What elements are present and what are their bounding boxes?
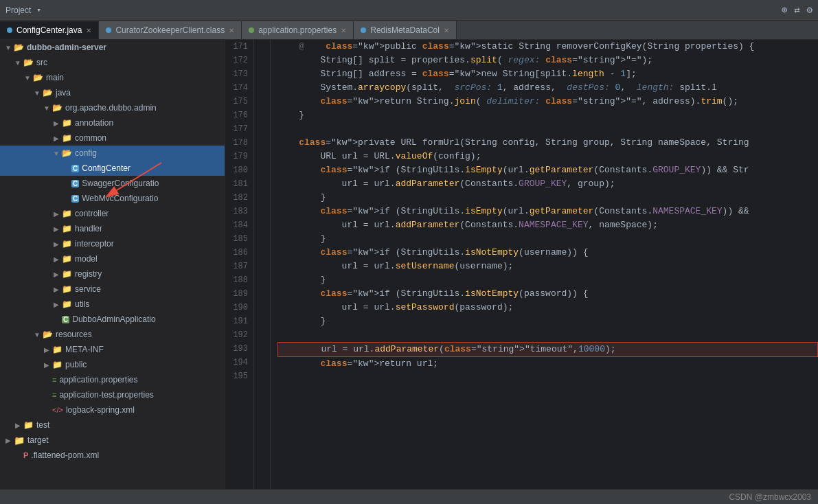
tab-appprops[interactable]: application.properties ✕ <box>242 21 354 39</box>
tab-redis-close-icon[interactable]: ✕ <box>444 27 449 34</box>
tree-item-public[interactable]: ▶📁public <box>0 357 225 372</box>
tree-item-interceptor[interactable]: ▶📁interceptor <box>0 236 225 251</box>
line-number: 192 <box>231 328 248 342</box>
tree-item-handler[interactable]: ▶📁handler <box>0 221 225 236</box>
tree-arrow-icon: ▶ <box>51 119 62 127</box>
tree-label: .flattened-pom.xml <box>31 450 99 460</box>
tree-item-configcenter[interactable]: CConfigCenter <box>0 161 225 176</box>
tree-arrow-icon: ▼ <box>32 331 43 339</box>
tree-label: test <box>36 420 49 430</box>
tab-close-icon[interactable]: ✕ <box>86 27 91 34</box>
code-line: class="kw">private URL formUrl(String co… <box>277 136 818 150</box>
tab-curator-close-icon[interactable]: ✕ <box>229 27 234 34</box>
tree-icon-folder: 📁 <box>62 224 72 233</box>
tab-curator[interactable]: CuratorZookeeperClient.class ✕ <box>99 21 242 39</box>
tree-item-controller[interactable]: ▶📁controller <box>0 206 225 221</box>
line-number: 194 <box>231 356 248 369</box>
code-line: class="kw">return url; <box>277 357 818 371</box>
code-editor[interactable]: 1711721731741751761771781791801811821831… <box>225 40 818 489</box>
line-number: 190 <box>231 301 248 314</box>
add-icon[interactable]: ⊕ <box>782 4 787 16</box>
tree-arrow-icon: ▶ <box>41 346 52 354</box>
tree-item-config[interactable]: ▼📂config <box>0 146 225 161</box>
tree-item-annotation[interactable]: ▶📁annotation <box>0 115 225 130</box>
tree-arrow-icon: ▶ <box>51 301 62 308</box>
tree-arrow-icon: ▶ <box>51 135 62 142</box>
tree-item-java[interactable]: ▼📂java <box>0 85 225 100</box>
line-number: 187 <box>231 260 248 273</box>
tab-appprops-label: application.properties <box>258 25 337 35</box>
code-line: String[] split = properties.split( regex… <box>277 54 818 67</box>
sync-icon[interactable]: ⇄ <box>794 4 799 16</box>
tree-item-webmvcconfiguratio[interactable]: CWebMvcConfiguratio <box>0 191 225 206</box>
tree-icon-folder-target: 📁 <box>14 435 25 446</box>
tab-redis[interactable]: RedisMetaDataCol ✕ <box>354 21 457 39</box>
tree-icon-folder: 📁 <box>62 299 72 309</box>
line-number: 182 <box>231 191 248 205</box>
settings-icon[interactable]: ⚙ <box>807 4 813 16</box>
tree-item-model[interactable]: ▶📁model <box>0 251 225 266</box>
tree-arrow-icon: ▶ <box>41 361 52 369</box>
tree-label: WebMvcConfiguratio <box>82 194 158 203</box>
tree-item-application-test-properties[interactable]: ≡application-test.properties <box>0 387 225 402</box>
tree-item-src[interactable]: ▼📂src <box>0 55 225 70</box>
tree-label: service <box>75 284 101 294</box>
tree-arrow-icon: ▶ <box>51 271 62 278</box>
tree-item-utils[interactable]: ▶📁utils <box>0 297 225 312</box>
tree-icon-pom: P <box>23 451 28 459</box>
tree-item-common[interactable]: ▶📁common <box>0 130 225 146</box>
line-number: 172 <box>231 54 248 67</box>
tab-props-icon <box>249 27 254 33</box>
tree-item--flattened-pom-xml[interactable]: P.flattened-pom.xml <box>0 448 225 463</box>
tree-label: SwaggerConfiguratio <box>82 179 159 188</box>
line-number: 175 <box>231 95 248 108</box>
code-line <box>277 122 818 136</box>
tree-icon-folder: 📂 <box>23 58 34 67</box>
tree-label: application-test.properties <box>59 390 153 400</box>
tree-label: resources <box>56 330 92 339</box>
tree-item-registry[interactable]: ▶📁registry <box>0 266 225 282</box>
line-number: 189 <box>231 287 248 301</box>
tree-item-resources[interactable]: ▼📂resources <box>0 327 225 342</box>
project-label: Project <box>5 5 31 15</box>
code-line: } <box>277 191 818 205</box>
tree-icon-folder: 📁 <box>62 269 72 279</box>
tree-item-dubbo-admin-server[interactable]: ▼📂dubbo-admin-server <box>0 40 225 55</box>
dropdown-icon[interactable]: ▾ <box>36 5 41 14</box>
code-line: } <box>277 314 818 328</box>
code-line: class="kw">if (StringUtils.isNotEmpty(pa… <box>277 287 818 301</box>
tab-curator-label: CuratorZookeeperClient.class <box>115 25 225 35</box>
tree-icon-xml: </> <box>52 406 63 414</box>
tree-item-service[interactable]: ▶📁service <box>0 282 225 297</box>
tree-label: logback-spring.xml <box>66 405 135 415</box>
tree-item-org-apache-dubbo-admin[interactable]: ▼📂org.apache.dubbo.admin <box>0 100 225 115</box>
tab-configcenter[interactable]: ConfigCenter.java ✕ <box>0 21 99 39</box>
tree-icon-java-c: C <box>71 194 79 203</box>
tree-item-swaggerconfiguratio[interactable]: CSwaggerConfiguratio <box>0 176 225 191</box>
tree-arrow-icon: ▼ <box>12 59 23 67</box>
line-number: 174 <box>231 81 248 95</box>
tree-label: controller <box>75 209 109 218</box>
tree-item-application-properties[interactable]: ≡application.properties <box>0 372 225 387</box>
line-number: 183 <box>231 205 248 218</box>
tree-arrow-icon: ▼ <box>32 89 43 97</box>
line-number: 181 <box>231 177 248 191</box>
tree-label: common <box>75 133 106 143</box>
tree-arrow-icon: ▼ <box>22 74 33 82</box>
code-lines: @ class="kw">public class="kw">static St… <box>271 40 818 489</box>
line-number: 178 <box>231 136 248 150</box>
tab-appprops-close-icon[interactable]: ✕ <box>341 27 346 34</box>
tree-label: annotation <box>75 118 113 128</box>
tree-item-logback-spring-xml[interactable]: </>logback-spring.xml <box>0 402 225 417</box>
status-bar: CSDN @zmbwcx2003 <box>0 489 818 504</box>
tree-icon-java-c: C <box>71 164 79 172</box>
code-line: url = url.setPassword(password); <box>277 301 818 314</box>
tree-item-main[interactable]: ▼📂main <box>0 70 225 85</box>
tree-icon-folder: 📁 <box>62 284 72 294</box>
tree-item-meta-inf[interactable]: ▶📁META-INF <box>0 342 225 357</box>
tree-icon-java-c: C <box>71 179 79 187</box>
tree-item-target[interactable]: ▶📁target <box>0 433 225 448</box>
tree-label: org.apache.dubbo.admin <box>65 103 157 113</box>
tree-item-dubboadminapplicatio[interactable]: CDubboAdminApplicatio <box>0 312 225 327</box>
tree-item-test[interactable]: ▶📁test <box>0 417 225 433</box>
